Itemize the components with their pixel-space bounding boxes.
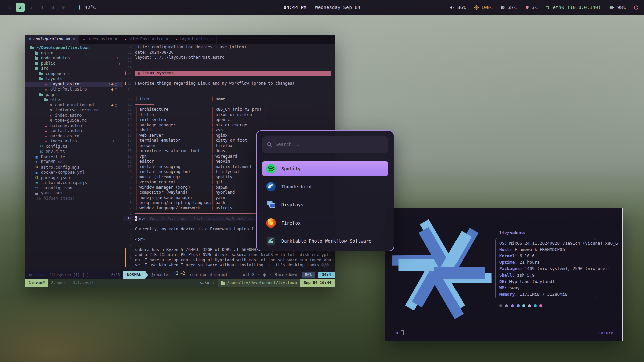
tree-item[interactable]: ◧ Dockerfile	[25, 155, 123, 160]
table-row: 20 distronixos or gentoo	[123, 112, 335, 118]
table-header-row: 23 itemname	[123, 97, 335, 102]
markdown-heading-line: 27 ▣ Linux systems	[123, 71, 335, 76]
close-icon[interactable]: ×	[166, 37, 168, 42]
firefox-icon	[266, 218, 276, 228]
tree-item[interactable]: pages	[25, 92, 123, 98]
shell-prompt[interactable]: ~ >	[391, 329, 404, 336]
tree-item[interactable]: node_modules E	[25, 56, 123, 61]
editor-tab[interactable]: M configuration.md ×	[25, 35, 79, 44]
tree-item[interactable]: components	[25, 71, 123, 77]
workspace-button[interactable]: 9	[59, 3, 68, 12]
power-button[interactable]	[634, 5, 639, 10]
tmux-clock: Sep 04 16:44	[300, 279, 335, 287]
darktable-icon	[266, 236, 276, 246]
os-icon	[263, 273, 266, 277]
palette-dot	[505, 304, 508, 307]
tree-root[interactable]: ~/Development/liv.town	[25, 45, 123, 51]
network-module[interactable]: eth0 (10.0.0.140)	[545, 5, 601, 10]
file-icon: TS	[34, 186, 39, 191]
tree-item[interactable]: TS tsconfig.json	[25, 186, 123, 191]
tree-item[interactable]: M tone-guide.md	[25, 118, 123, 123]
tree-item[interactable]: TS config.ts	[25, 144, 123, 149]
tree-item[interactable]: ▲ otherPost.astro ●□	[25, 87, 123, 92]
displays-icon	[266, 200, 276, 210]
tree-item[interactable]: ▲ balcony.astro	[25, 123, 123, 129]
table-col-header: item	[137, 97, 211, 102]
folder-icon	[30, 45, 34, 50]
file-icon: TS	[39, 144, 44, 149]
tree-item-label: other	[50, 97, 62, 103]
editor-tab[interactable]: ▲ index.astro ×	[79, 35, 121, 44]
tab-label: otherPost.astro	[128, 37, 163, 42]
workspace-button[interactable]: 2	[16, 3, 25, 12]
tree-item[interactable]: other	[25, 97, 123, 103]
launcher-results: Spotify Thunderbird Displ	[262, 161, 388, 248]
tree-item[interactable]: ▲ index.astro	[25, 113, 123, 118]
tree-item[interactable]: src	[25, 66, 123, 71]
workspace-button[interactable]: 3	[27, 3, 36, 12]
fetch-info-line: Memory:11731MiB / 31280MiB	[499, 291, 618, 297]
search-input[interactable]	[275, 142, 384, 147]
tree-item[interactable]: ▲ index.astro H	[25, 139, 123, 144]
bufferline: M configuration.md × ▲ index.astro × ▲ o…	[25, 35, 335, 44]
tmux-window[interactable]: 3:lazygit	[70, 279, 97, 287]
tree-item[interactable]: ▲ Layout.astro H●□	[25, 82, 123, 87]
tree-item[interactable]: nginx	[25, 51, 123, 56]
tree-item-label: config.ts	[46, 144, 67, 149]
tmux-window[interactable]: 2:node-	[48, 279, 70, 287]
close-icon[interactable]: ×	[210, 37, 213, 42]
app-launcher[interactable]: Spotify Thunderbird Displ	[256, 130, 394, 251]
memory-module[interactable]: 37%	[500, 5, 516, 10]
battery-module[interactable]: 98%	[609, 5, 626, 10]
editor-tab[interactable]: ▲ otherPost.astro ×	[121, 35, 172, 44]
tree-item-label: astro.config.mjs	[41, 165, 80, 170]
tree-item[interactable]: ◧ docker-compose.yml	[25, 170, 123, 175]
tree-item-label: layouts	[46, 76, 63, 82]
tmux-window[interactable]: 1:nvim*	[25, 279, 48, 287]
temperature-module[interactable]: 42°C	[77, 5, 96, 10]
launcher-item-firefox[interactable]: Firefox	[262, 216, 388, 230]
tree-item[interactable]: TS env.d.ts	[25, 149, 123, 155]
prompt-path: ~	[391, 329, 394, 336]
file-icon: {}	[34, 175, 39, 180]
tree-item[interactable]: ▲ contact.astro	[25, 128, 123, 134]
launcher-item-spotify[interactable]: Spotify	[262, 161, 388, 176]
close-icon[interactable]: ×	[115, 37, 117, 42]
search-icon	[267, 142, 272, 147]
workspace-button[interactable]: 4	[38, 3, 46, 12]
tree-item[interactable]: yarn.lock	[25, 191, 123, 196]
fetch-info-line: Host:Framework FRANMDCP05	[499, 246, 618, 253]
editor-line: 25 Favorite things regarding Linux and m…	[123, 81, 335, 86]
tree-item[interactable]: ▲ garden.astro	[25, 134, 123, 139]
launcher-item-displays[interactable]: Displays	[262, 197, 388, 212]
tmux-cwd: /home/liv/Development/liv.town	[218, 279, 300, 287]
tree-item[interactable]: i README.md	[25, 160, 123, 165]
terminal-window[interactable]: liv@sakura OS:NixOS 24.11.20240828.71e91…	[385, 208, 623, 341]
launcher-item-darktable[interactable]: Darktable Photo Workflow Software	[262, 234, 388, 248]
tree-item-label: nginx	[41, 51, 53, 56]
clock-module[interactable]: 04:44 PM Wednesday Sep 04	[284, 5, 360, 10]
neo-tree-panel[interactable]: ~/Development/liv.town nginx node_module…	[25, 44, 123, 271]
tree-item-label: fediverse-terms.md	[55, 108, 99, 113]
editor-tab[interactable]: ▲ Layout.astro ×	[172, 35, 217, 44]
tree-item[interactable]: public ?	[25, 61, 123, 66]
thermometer-icon	[77, 5, 82, 10]
editor-line: 28	[123, 65, 335, 71]
tree-item-badges: ●□	[110, 87, 120, 92]
tree-item[interactable]: ≈ tailwind.config.mjs	[25, 180, 123, 186]
tree-item[interactable]: M configuration.md ●□	[25, 103, 123, 108]
heading-text: Linux systems	[142, 71, 174, 76]
brightness-module[interactable]: 100%	[474, 5, 493, 10]
close-icon[interactable]: ×	[73, 37, 75, 42]
speaker-icon	[450, 5, 455, 10]
workspace-button[interactable]: 1	[5, 3, 14, 12]
filetype: M markdown	[275, 272, 297, 278]
tree-item[interactable]: M fediverse-terms.md	[25, 108, 123, 113]
volume-module[interactable]: 36%	[450, 5, 466, 10]
tree-item[interactable]: {} package.json	[25, 175, 123, 181]
tree-item[interactable]: layouts	[25, 76, 123, 82]
workspace-button[interactable]: 8	[48, 3, 57, 12]
tree-item[interactable]: JS astro.config.mjs	[25, 165, 123, 170]
cpu-module[interactable]: 3%	[525, 5, 538, 10]
launcher-item-thunderbird[interactable]: Thunderbird	[262, 179, 388, 194]
